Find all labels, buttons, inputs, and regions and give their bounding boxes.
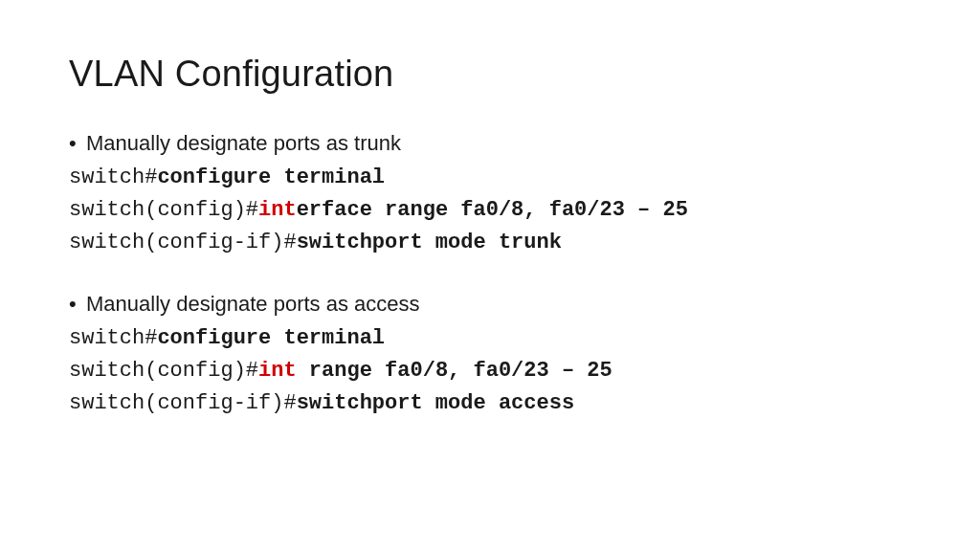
command: switchport mode access — [297, 391, 574, 415]
prompt: switch# — [69, 326, 157, 350]
code-line: switch(config-if)#switchport mode trunk — [69, 227, 911, 259]
prompt: switch(config)# — [69, 359, 258, 383]
prompt: switch(config-if)# — [69, 391, 297, 415]
code-line: switch(config)#int range fa0/8, fa0/23 –… — [69, 355, 911, 387]
command: configure terminal — [157, 165, 385, 189]
code-line: switch#configure terminal — [69, 322, 911, 355]
command: switchport mode trunk — [297, 231, 562, 254]
code-line: switch#configure terminal — [69, 162, 911, 194]
code-line: switch(config-if)#switchport mode access — [69, 387, 911, 420]
prompt: switch# — [69, 165, 157, 189]
prompt: switch(config)# — [69, 198, 258, 222]
access-block: Manually designate ports as access switc… — [69, 292, 911, 420]
command: range fa0/8, fa0/23 – 25 — [297, 359, 612, 383]
keyword-int: int — [258, 359, 297, 383]
bullet-access: Manually designate ports as access — [69, 292, 911, 317]
slide-title: VLAN Configuration — [69, 54, 911, 95]
prompt: switch(config-if)# — [69, 231, 297, 254]
command: erface range fa0/8, fa0/23 – 25 — [297, 198, 688, 222]
code-line: switch(config)#interface range fa0/8, fa… — [69, 194, 911, 227]
command: configure terminal — [157, 326, 385, 350]
trunk-block: Manually designate ports as trunk switch… — [69, 131, 911, 259]
keyword-int: int — [258, 198, 297, 222]
bullet-trunk: Manually designate ports as trunk — [69, 131, 911, 156]
